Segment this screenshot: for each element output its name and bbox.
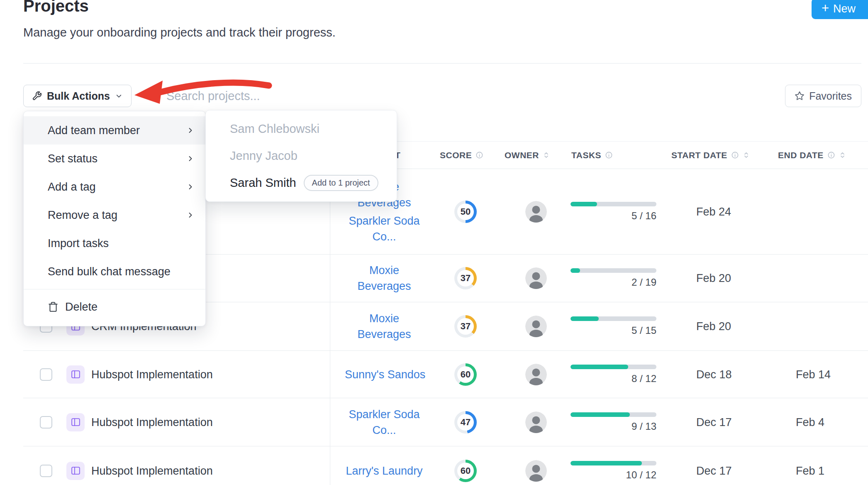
tasks-progress-track: [571, 268, 656, 273]
score-value: 60: [457, 366, 474, 383]
tasks-progress-track: [571, 412, 656, 417]
owner-avatar[interactable]: [525, 267, 547, 289]
score-ring: 37: [454, 315, 477, 338]
bulk-actions-label: Bulk Actions: [47, 90, 110, 102]
new-project-button[interactable]: + New: [812, 0, 868, 19]
score-value: 47: [457, 414, 474, 431]
member-name: Sarah Smith: [230, 176, 296, 190]
column-header-owner[interactable]: OWNER: [505, 142, 550, 169]
end-date: Feb 4: [796, 416, 824, 429]
start-date: Dec 17: [696, 464, 732, 477]
tasks-progress-bar: [571, 365, 628, 369]
submenu-member-sarah-smith[interactable]: Sarah Smith Add to 1 project: [206, 169, 397, 196]
wrench-icon: [32, 91, 42, 101]
new-button-label: New: [833, 2, 856, 15]
tasks-cell: 8 / 12: [571, 365, 656, 385]
tasks-cell: 2 / 19: [571, 268, 656, 288]
client-link[interactable]: Sparkler Soda Co...: [345, 407, 424, 438]
end-date: Feb 14: [796, 368, 831, 381]
score-ring: 37: [454, 267, 477, 289]
info-icon[interactable]: [731, 151, 739, 159]
client-link[interactable]: Sunny's Sandos: [345, 367, 424, 382]
tasks-count: 5 / 16: [571, 210, 656, 222]
tasks-count: 8 / 12: [571, 373, 656, 385]
menu-item-remove-a-tag[interactable]: Remove a tag: [24, 201, 205, 229]
tasks-progress-bar: [571, 268, 580, 273]
team-member-submenu: Sam Chlebowski Jenny Jacob Sarah Smith A…: [205, 110, 397, 202]
member-name: Jenny Jacob: [230, 149, 297, 163]
search-input[interactable]: [166, 88, 399, 104]
sort-icon[interactable]: [839, 151, 846, 159]
tasks-count: 9 / 13: [571, 421, 656, 432]
menu-item-label: Set status: [48, 152, 98, 165]
tasks-count: 5 / 15: [571, 325, 656, 336]
start-date: Feb 20: [696, 272, 731, 285]
client-cell: Moxie Beverages: [345, 262, 424, 294]
score-value: 60: [457, 463, 474, 479]
menu-item-set-status[interactable]: Set status: [24, 145, 205, 173]
row-checkbox[interactable]: [40, 368, 52, 381]
info-icon[interactable]: [605, 151, 613, 159]
owner-avatar[interactable]: [525, 316, 547, 337]
member-name: Sam Chlebowski: [230, 122, 319, 136]
chevron-right-icon: [186, 126, 195, 135]
column-header-score[interactable]: SCORE: [440, 142, 483, 169]
row-checkbox[interactable]: [40, 465, 52, 477]
page-subtitle: Manage your onboarding projects and trac…: [23, 26, 336, 39]
sort-icon[interactable]: [543, 151, 550, 159]
table-row: Hubspot Implementation Sparkler Soda Co.…: [23, 398, 868, 446]
tasks-progress-bar: [571, 412, 630, 417]
column-header-start-date[interactable]: START DATE: [671, 142, 750, 169]
column-header-end-date[interactable]: END DATE: [778, 142, 846, 169]
column-label: END DATE: [778, 150, 824, 160]
start-date: Feb 24: [696, 205, 731, 218]
favorites-button[interactable]: Favorites: [785, 85, 861, 107]
menu-item-import-tasks[interactable]: Import tasks: [24, 229, 205, 257]
tasks-cell: 9 / 13: [571, 412, 656, 432]
client-cell: Moxie Beverages: [345, 311, 424, 342]
project-name-link[interactable]: Hubspot Implementation: [91, 368, 213, 381]
owner-avatar[interactable]: [525, 364, 547, 385]
bulk-actions-button[interactable]: Bulk Actions: [23, 85, 132, 107]
tasks-count: 10 / 12: [571, 469, 656, 481]
column-label: OWNER: [505, 150, 539, 160]
client-link[interactable]: Moxie Beverages: [345, 262, 424, 294]
client-link[interactable]: Larry's Laundry: [345, 463, 424, 479]
column-header-tasks[interactable]: TASKS: [571, 142, 613, 169]
menu-item-label: Remove a tag: [48, 209, 117, 222]
info-icon[interactable]: [475, 151, 483, 159]
score-ring: 47: [454, 411, 477, 434]
end-date: Feb 1: [796, 464, 824, 477]
chevron-right-icon: [186, 183, 195, 191]
plus-icon: +: [822, 2, 829, 15]
score-value: 37: [457, 270, 474, 287]
table-row: Hubspot Implementation Larry's Laundry 6…: [23, 446, 868, 485]
tasks-cell: 5 / 16: [571, 202, 656, 222]
tasks-progress-track: [571, 461, 656, 465]
star-icon: [795, 91, 805, 101]
row-checkbox[interactable]: [40, 416, 52, 429]
submenu-member-jenny-jacob: Jenny Jacob: [206, 142, 397, 169]
menu-item-delete[interactable]: Delete: [24, 293, 205, 321]
client-cell: Larry's Laundry: [345, 463, 424, 479]
owner-avatar[interactable]: [525, 201, 547, 223]
tasks-progress-track: [571, 202, 656, 206]
client-link[interactable]: Moxie Beverages: [345, 311, 424, 342]
score-value: 50: [457, 203, 474, 220]
menu-item-send-bulk-chat-message[interactable]: Send bulk chat message: [24, 257, 205, 286]
project-name-link[interactable]: Hubspot Implementation: [91, 416, 213, 429]
owner-avatar[interactable]: [525, 412, 547, 433]
project-name-link[interactable]: Hubspot Implementation: [91, 464, 213, 477]
menu-item-add-a-tag[interactable]: Add a tag: [24, 173, 205, 201]
project-icon: [66, 365, 85, 384]
score-ring: 60: [454, 460, 477, 482]
info-icon[interactable]: [827, 151, 835, 159]
owner-avatar[interactable]: [525, 460, 547, 482]
menu-item-add-team-member[interactable]: Add team member: [24, 116, 205, 145]
column-label: TASKS: [571, 150, 601, 160]
client-link[interactable]: Sparkler Soda Co...: [345, 213, 424, 245]
sort-icon[interactable]: [743, 151, 750, 159]
table-row: Hubspot Implementation Sunny's Sandos 60…: [23, 351, 868, 398]
chevron-right-icon: [186, 211, 195, 219]
add-to-project-badge[interactable]: Add to 1 project: [304, 175, 378, 191]
